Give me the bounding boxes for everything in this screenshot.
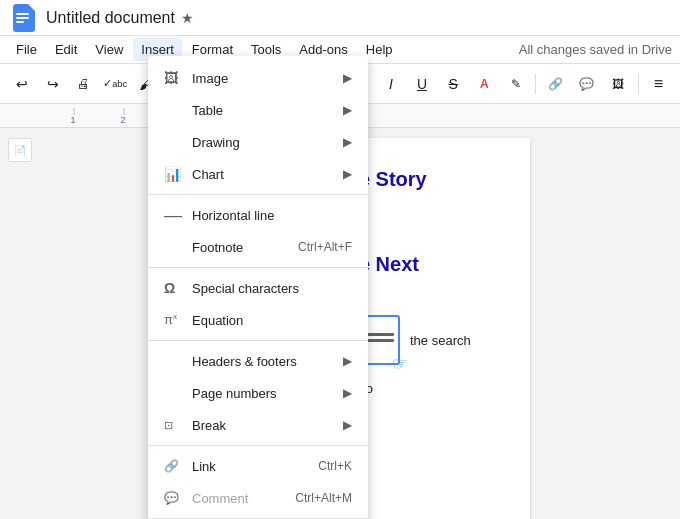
star-icon[interactable]: ★: [181, 10, 194, 26]
insert-hrule-item[interactable]: — Horizontal line: [148, 199, 368, 231]
image-icon: 🖼: [164, 70, 184, 86]
insert-dropdown-menu: 🖼 Image ▶ Table ▶ Drawing ▶ 📊 Chart ▶ — …: [148, 56, 368, 519]
menu-divider-1: [148, 194, 368, 195]
image-button[interactable]: 🖼: [605, 70, 632, 98]
insert-break-item[interactable]: ⊡ Break ▶: [148, 409, 368, 441]
title-bar: Untitled document ★: [0, 0, 680, 36]
sidebar-page-indicator: 📄: [8, 138, 32, 162]
insert-footnote-item[interactable]: Footnote Ctrl+Alt+F: [148, 231, 368, 263]
cursor-pointer-icon: ☞: [392, 353, 408, 375]
menu-divider-4: [148, 445, 368, 446]
underline-button[interactable]: U: [408, 70, 435, 98]
image-arrow: ▶: [343, 71, 352, 85]
print-button[interactable]: 🖨: [70, 70, 97, 98]
headers-arrow: ▶: [343, 354, 352, 368]
highlight-button[interactable]: ✎: [502, 70, 529, 98]
toolbar-separator-5: [638, 74, 639, 94]
menu-view[interactable]: View: [87, 38, 131, 61]
insert-headers-item[interactable]: Headers & footers ▶: [148, 345, 368, 377]
link-icon: 🔗: [164, 459, 184, 473]
italic-button[interactable]: I: [377, 70, 404, 98]
sidebar-left: 📄: [0, 128, 40, 519]
chart-icon: 📊: [164, 166, 184, 182]
ruler-mark-2: 2: [98, 115, 148, 125]
drive-status: All changes saved in Drive: [519, 42, 672, 57]
menu-file[interactable]: File: [8, 38, 45, 61]
ruler-mark-1: 1: [48, 115, 98, 125]
insert-table-item[interactable]: Table ▶: [148, 94, 368, 126]
menu-divider-3: [148, 340, 368, 341]
strikethrough-button[interactable]: S: [440, 70, 467, 98]
equation-icon: πx: [164, 312, 184, 327]
redo-button[interactable]: ↪: [39, 70, 66, 98]
undo-button[interactable]: ↩: [8, 70, 35, 98]
special-chars-icon: Ω: [164, 280, 184, 296]
table-arrow: ▶: [343, 103, 352, 117]
menu-edit[interactable]: Edit: [47, 38, 85, 61]
spellcheck-button[interactable]: ✓abc: [102, 70, 129, 98]
page-numbers-arrow: ▶: [343, 386, 352, 400]
toolbar-separator-4: [535, 74, 536, 94]
search-text: the search: [410, 333, 471, 348]
insert-comment-item[interactable]: 💬 Comment Ctrl+Alt+M: [148, 482, 368, 514]
link-button[interactable]: 🔗: [542, 70, 569, 98]
chart-arrow: ▶: [343, 167, 352, 181]
insert-link-item[interactable]: 🔗 Link Ctrl+K: [148, 450, 368, 482]
document-title: Untitled document: [46, 9, 175, 27]
insert-image-item[interactable]: 🖼 Image ▶: [148, 62, 368, 94]
insert-chart-item[interactable]: 📊 Chart ▶: [148, 158, 368, 190]
text-color-button[interactable]: A: [471, 70, 498, 98]
comment-menu-icon: 💬: [164, 491, 184, 505]
insert-special-chars-item[interactable]: Ω Special characters: [148, 272, 368, 304]
google-docs-logo: [10, 2, 38, 34]
comment-button[interactable]: 💬: [573, 70, 600, 98]
menu-divider-2: [148, 267, 368, 268]
drawing-arrow: ▶: [343, 135, 352, 149]
break-icon: ⊡: [164, 419, 184, 432]
break-arrow: ▶: [343, 418, 352, 432]
insert-equation-item[interactable]: πx Equation: [148, 304, 368, 336]
hrule-icon: —: [164, 206, 184, 224]
align-button[interactable]: ≡: [645, 70, 672, 98]
insert-drawing-item[interactable]: Drawing ▶: [148, 126, 368, 158]
insert-page-numbers-item[interactable]: Page numbers ▶: [148, 377, 368, 409]
